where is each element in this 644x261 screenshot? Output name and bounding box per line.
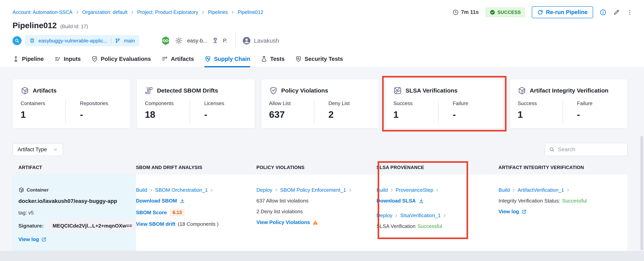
signature-value: MEQCICde2Vjl...L+2+mqnOXw== [49,221,136,231]
integrity-cell: Build ArtifactVerification_1 Integrity V… [498,175,628,255]
chevron-right-icon [230,10,235,14]
policy-stage-link[interactable]: Deploy [256,187,272,193]
external-link-icon [41,237,46,242]
drift-components-count: (18 Components ) [178,221,218,227]
tab-inputs[interactable]: Inputs [54,55,81,67]
policy-step-link[interactable]: SBOM Policy Enforcement_1 [280,187,346,193]
breadcrumb: Account: Automation-SSCA Organization: d… [12,9,263,15]
integrity-step-link[interactable]: ArtifactVerification_1 [518,187,564,193]
sbom-stage-link[interactable]: Build [136,187,147,193]
chevron-right-icon [274,188,278,192]
chevron-right-icon [566,188,570,192]
environment-label: P. [223,38,228,44]
tab-supply-chain[interactable]: Supply Chain [204,55,250,67]
status-text: SUCCESS [498,9,521,15]
artifact-integrity-summary-card: Artifact Integrity Verification Success1… [510,79,628,128]
clock-icon [452,9,459,15]
search-icon [549,147,554,152]
artifacts-list-icon [162,55,168,62]
download-sbom-link[interactable]: Download SBOM [136,198,177,204]
edit-pipeline-button[interactable] [613,9,620,16]
view-policy-violations-link[interactable]: View Policy Violations [256,219,310,225]
allow-list-violations: 637 Allow list violations [256,198,308,204]
info-button[interactable] [600,9,606,16]
inputs-icon [54,55,61,62]
tab-security-tests[interactable]: Security Tests [295,55,343,67]
chevron-right-icon [512,188,516,192]
sbom-scroll-icon [145,86,153,95]
slsa-verify-step-link[interactable]: SlsaVerification_1 [400,213,441,219]
artifacts-table: ARTIFACT SBOM AND DRIFT ANALYSIS POLICY … [12,165,628,255]
build-id: (Build Id: 17) [60,24,88,29]
sbom-score-badge: 6.13 [170,209,185,216]
refresh-icon [537,9,543,15]
download-icon [418,198,424,204]
sbom-step-link[interactable]: SBOM Orchestration_1 [155,187,208,193]
chevron-right-icon [443,214,446,218]
chevron-right-icon [394,214,398,218]
chevron-right-icon [75,10,80,14]
search-input[interactable] [558,146,623,153]
branch-name: main [124,38,135,44]
security-tests-icon [295,55,302,62]
scrollbar-thumb[interactable] [640,136,643,251]
pencil-icon [613,9,620,16]
info-icon [600,9,606,16]
slsa-verify-stage-link[interactable]: Deploy [376,213,392,219]
column-header-policy: POLICY VIOLATIONS [256,165,376,170]
supply-chain-page: Account: Automation-SSCA Organization: d… [0,0,644,251]
tab-tests[interactable]: Tests [261,55,284,67]
cube-icon [20,86,29,95]
infrastructure-icon [212,37,219,44]
download-icon [180,198,185,204]
artifact-type-dropdown[interactable]: Artifact Type [12,143,63,156]
breadcrumb-pipelines[interactable]: Pipelines [208,9,228,15]
check-circle-icon [490,9,495,15]
column-header-artifact: ARTIFACT [12,165,136,170]
sbom-drifts-summary-card: Detected SBOM Drifts Components18 Licens… [137,79,254,128]
sbom-cell: Build SBOM Orchestration_1 Download SBOM… [136,175,256,255]
triggered-by: Lavakush [242,36,279,45]
repo-pill[interactable]: easybuggy-vulnerable-applic... main [25,35,139,46]
column-header-integrity: ARTIFACT INTEGRITY VERIFICATION [498,165,628,170]
breadcrumb-organization[interactable]: Organization: default [82,9,128,15]
duration-text: 7m 11s [461,9,479,15]
breadcrumb-project[interactable]: Project: Product Exploratory [137,9,198,15]
integrity-status-value: Successful [562,198,587,204]
chevron-right-icon [130,10,134,14]
breadcrumb-account[interactable]: Account: Automation-SSCA [12,9,72,15]
download-slsa-link[interactable]: Download SLSA [376,198,416,204]
integrity-stage-link[interactable]: Build [498,187,510,193]
sbom-score-link[interactable]: SBOM Score [136,210,167,216]
stage-label: easy-b... [187,38,208,44]
column-header-slsa: SLSA PROVENANCE [376,165,498,170]
warning-triangle-icon [312,220,318,225]
signature-label: Signature: [18,223,44,229]
meta-divider [235,34,236,48]
artifact-view-log-link[interactable]: View log [18,236,39,243]
rerun-pipeline-button[interactable]: Re-run Pipeline [532,6,593,18]
integrity-view-log-link[interactable]: View log [498,209,519,215]
tab-policy-evaluations[interactable]: Policy Evaluations [91,55,151,67]
chevron-right-icon [149,188,153,192]
tab-bar: Pipeline Inputs Policy Evaluations Artif… [12,55,633,67]
pill-divider [111,37,112,44]
bottom-band [0,251,644,261]
tab-pipeline[interactable]: Pipeline [12,55,44,67]
pipeline-icon [12,55,19,62]
artifact-type-label: Container [27,187,48,193]
breadcrumb-pipeline012[interactable]: Pipeline012 [238,9,263,15]
view-sbom-drift-link[interactable]: View SBOM drift [136,221,176,227]
column-header-sbom: SBOM AND DRIFT ANALYSIS [136,165,256,170]
user-name: Lavakush [254,37,279,44]
search-box [544,143,628,156]
tab-artifacts[interactable]: Artifacts [162,55,194,67]
policy-cell: Deploy SBOM Policy Enforcement_1 637 All… [256,175,376,255]
git-branch-icon [115,38,120,43]
slsa-verification-label: SLSA Verification [376,223,416,229]
slsa-provenance-stage-link[interactable]: Build [376,187,388,193]
repository-icon [30,38,35,43]
run-duration: 7m 11s [452,9,479,15]
slsa-provenance-step-link[interactable]: ProvenanceStep [396,187,433,193]
more-options-button[interactable] [626,9,633,16]
